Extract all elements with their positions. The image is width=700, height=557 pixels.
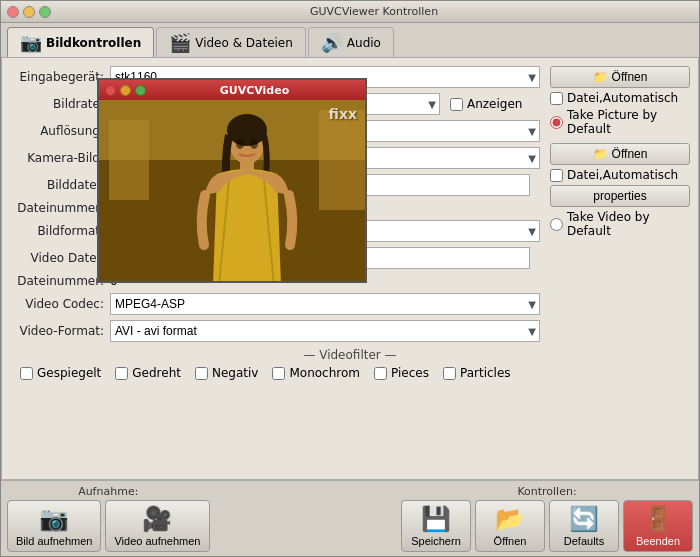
gedreht-checkbox-label: Gedreht xyxy=(115,366,181,380)
datei-automatisch1-checkbox[interactable] xyxy=(550,92,563,105)
take-picture-label: Take Picture by Default xyxy=(550,108,690,136)
properties-button[interactable]: properties xyxy=(550,185,690,207)
video-codec-select-wrapper: MPEG4-ASP xyxy=(110,293,540,315)
video-icon: 🎥 xyxy=(142,505,172,533)
kamera-bild-label: Kamera-Bild: xyxy=(10,151,110,165)
kontrollen-buttons: 💾 Speichern 📂 Öffnen 🔄 Defaults 🚪 Beende… xyxy=(401,500,693,552)
video-min-btn[interactable] xyxy=(120,85,131,96)
bottom-bar: Aufnahme: 📷 Bild aufnehmen 🎥 Video aufne… xyxy=(1,480,699,556)
video-datei-label: Video Datei: xyxy=(10,251,110,265)
gedreht-checkbox[interactable] xyxy=(115,367,128,380)
audio-icon: 🔊 xyxy=(321,32,343,53)
pieces-checkbox-label: Pieces xyxy=(374,366,429,380)
tab-video-dateien[interactable]: 🎬 Video & Dateien xyxy=(156,27,306,57)
video-overlay-text: fixx xyxy=(329,106,357,122)
datei-automatisch2-text: Datei,Automatisch xyxy=(567,168,678,182)
take-video-radio[interactable] xyxy=(550,218,563,231)
videofilter-row: Gespiegelt Gedreht Negativ Monochrom Pie… xyxy=(10,366,690,380)
datei-automatisch1-text: Datei,Automatisch xyxy=(567,91,678,105)
video-popup-title: GUVCVideo xyxy=(150,84,359,97)
gespiegelt-checkbox-label: Gespiegelt xyxy=(20,366,101,380)
oeffnen2-button[interactable]: 📁 Öffnen xyxy=(550,143,690,165)
oeffnen1-button[interactable]: 📁 Öffnen xyxy=(550,66,690,88)
video-max-btn[interactable] xyxy=(135,85,146,96)
anzeigen-label: Anzeigen xyxy=(467,97,522,111)
camera-icon: 📷 xyxy=(39,505,69,533)
defaults-label: Defaults xyxy=(564,535,604,547)
video-format-select-wrapper: AVI - avi format xyxy=(110,320,540,342)
speichern-button[interactable]: 💾 Speichern xyxy=(401,500,471,552)
beenden-button[interactable]: 🚪 Beenden xyxy=(623,500,693,552)
tab-audio[interactable]: 🔊 Audio xyxy=(308,27,394,57)
bilddatei-label: Bilddatei: xyxy=(10,178,110,192)
video-format-label: Video-Format: xyxy=(10,324,110,338)
bildformat-label: Bildformat: xyxy=(10,224,110,238)
tab-video-dateien-label: Video & Dateien xyxy=(195,36,293,50)
datei-automatisch2-checkbox[interactable] xyxy=(550,169,563,182)
folder-open-icon: 📂 xyxy=(495,505,525,533)
aufnahme-buttons: 📷 Bild aufnehmen 🎥 Video aufnehmen xyxy=(7,500,210,552)
video-frame: fixx xyxy=(99,100,365,281)
monochrom-checkbox-label: Monochrom xyxy=(272,366,360,380)
datei-automatisch1-label: Datei,Automatisch xyxy=(550,91,690,105)
bild-aufnehmen-button[interactable]: 📷 Bild aufnehmen xyxy=(7,500,101,552)
negativ-label: Negativ xyxy=(212,366,258,380)
bildrate-label: Bildrate: xyxy=(10,97,110,111)
negativ-checkbox[interactable] xyxy=(195,367,208,380)
oeffnen-bottom-button[interactable]: 📂 Öffnen xyxy=(475,500,545,552)
folder-icon-2: 📁 xyxy=(593,147,608,161)
gespiegelt-checkbox[interactable] xyxy=(20,367,33,380)
video-codec-label: Video Codec: xyxy=(10,297,110,311)
beenden-label: Beenden xyxy=(636,535,680,547)
aufnahme-section: Aufnahme: 📷 Bild aufnehmen 🎥 Video aufne… xyxy=(7,485,210,552)
video-format-row: Video-Format: AVI - avi format xyxy=(10,320,690,342)
videofilter-title: — Videofilter — xyxy=(10,348,690,362)
pieces-checkbox[interactable] xyxy=(374,367,387,380)
min-btn[interactable] xyxy=(23,6,35,18)
particles-checkbox[interactable] xyxy=(443,367,456,380)
tab-bildkontrollen-label: Bildkontrollen xyxy=(46,36,141,50)
bild-aufnehmen-label: Bild aufnehmen xyxy=(16,535,92,547)
close-btn[interactable] xyxy=(7,6,19,18)
datei-automatisch2-label: Datei,Automatisch xyxy=(550,168,690,182)
video-codec-select[interactable]: MPEG4-ASP xyxy=(110,293,540,315)
take-picture-text: Take Picture by Default xyxy=(567,108,690,136)
video-close-btn[interactable] xyxy=(105,85,116,96)
oeffnen-bottom-label: Öffnen xyxy=(494,535,527,547)
defaults-button[interactable]: 🔄 Defaults xyxy=(549,500,619,552)
take-picture-radio[interactable] xyxy=(550,116,563,129)
take-video-label: Take Video by Default xyxy=(550,210,690,238)
save-icon: 💾 xyxy=(421,505,451,533)
refresh-icon: 🔄 xyxy=(569,505,599,533)
tab-audio-label: Audio xyxy=(347,36,381,50)
video-content: fixx xyxy=(99,100,365,281)
video-aufnehmen-label: Video aufnehmen xyxy=(114,535,200,547)
max-btn[interactable] xyxy=(39,6,51,18)
negativ-checkbox-label: Negativ xyxy=(195,366,258,380)
svg-point-9 xyxy=(250,139,258,149)
monochrom-label: Monochrom xyxy=(289,366,360,380)
particles-checkbox-label: Particles xyxy=(443,366,511,380)
anzeigen-checkbox[interactable] xyxy=(450,98,463,111)
right-controls: 📁 Öffnen Datei,Automatisch Take Picture … xyxy=(550,66,690,238)
speichern-label: Speichern xyxy=(411,535,461,547)
properties-label: properties xyxy=(593,189,646,203)
monochrom-checkbox[interactable] xyxy=(272,367,285,380)
tab-bildkontrollen[interactable]: 📷 Bildkontrollen xyxy=(7,27,154,57)
svg-point-6 xyxy=(227,114,267,146)
main-content: Eingabegerät: stk1160 Bildrate: 25/1 fps… xyxy=(1,57,699,480)
eingabegerat-label: Eingabegerät: xyxy=(10,70,110,84)
take-video-text: Take Video by Default xyxy=(567,210,690,238)
video-format-select[interactable]: AVI - avi format xyxy=(110,320,540,342)
video-codec-row: Video Codec: MPEG4-ASP xyxy=(10,293,690,315)
bildkontrollen-icon: 📷 xyxy=(20,32,42,53)
tab-bar: 📷 Bildkontrollen 🎬 Video & Dateien 🔊 Aud… xyxy=(1,23,699,57)
dateinummer2-label: Dateinummer: xyxy=(10,274,110,288)
svg-rect-4 xyxy=(319,110,365,210)
folder-icon-1: 📁 xyxy=(593,70,608,84)
oeffnen2-label: Öffnen xyxy=(612,147,648,161)
anzeigen-row: Anzeigen xyxy=(450,97,522,111)
exit-icon: 🚪 xyxy=(643,505,673,533)
video-aufnehmen-button[interactable]: 🎥 Video aufnehmen xyxy=(105,500,209,552)
video-figure xyxy=(99,100,365,281)
